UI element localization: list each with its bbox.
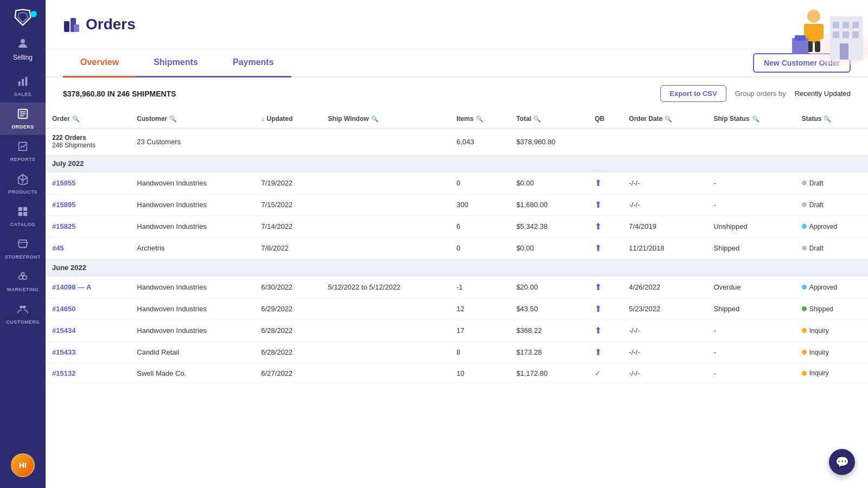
upload-icon[interactable]: ⬆	[595, 243, 602, 253]
table-row: #15955 Handwoven Industries 7/19/2022 0 …	[46, 172, 868, 194]
status-label: Draft	[809, 179, 824, 187]
sidebar-item-catalog[interactable]: CATALOG	[0, 200, 46, 233]
page-title: Orders	[86, 16, 136, 33]
cell-status: Inquiry	[795, 342, 868, 363]
sidebar-item-customers[interactable]: CUSTOMERS	[0, 298, 46, 330]
cell-updated: 6/30/2022	[254, 277, 321, 298]
status-search-icon[interactable]: 🔍	[824, 115, 831, 123]
sidebar-item-sales[interactable]: SALES	[0, 70, 46, 102]
ship-status-search-icon[interactable]: 🔍	[752, 115, 760, 123]
chat-icon: 💬	[835, 455, 849, 468]
cell-updated: 7/19/2022	[254, 172, 321, 194]
cell-order: #14098 — A	[46, 277, 130, 298]
table-row: #15434 Handwoven Industries 6/28/2022 17…	[46, 320, 868, 342]
tab-shipments[interactable]: Shipments	[136, 49, 215, 78]
cell-ship-window: 5/12/2022 to 5/12/2022	[322, 277, 450, 298]
summary-customers: 23 Customers	[130, 129, 254, 155]
cell-customer: Archetris	[130, 237, 254, 259]
items-search-icon[interactable]: 🔍	[476, 115, 483, 123]
table-row: #45 Archetris 7/8/2022 0 $0.00 ⬆ 11/21/2…	[46, 237, 868, 259]
ship-window-search-icon[interactable]: 🔍	[371, 115, 379, 123]
order-search-icon[interactable]: 🔍	[72, 115, 80, 123]
sidebar-item-orders[interactable]: ORDERS	[0, 102, 46, 135]
header-illustration	[760, 0, 868, 65]
sidebar-item-storefront[interactable]: STOREFRONT	[0, 233, 46, 265]
orders-table-container: Order🔍 Customer🔍 ↓Updated Ship Window🔍 I…	[46, 110, 868, 488]
cell-customer: Handwoven Industries	[130, 298, 254, 320]
order-link[interactable]: #15132	[52, 369, 75, 377]
cell-ship-status: -	[707, 363, 795, 383]
status-label: Inquiry	[809, 349, 829, 356]
status-dot	[802, 224, 807, 229]
group-by-value[interactable]: Recently Updated	[795, 89, 851, 98]
customers-label: CUSTOMERS	[6, 319, 39, 325]
sales-label: SALES	[14, 92, 31, 97]
cell-status: Inquiry	[795, 320, 868, 342]
cell-order-date: 4/26/2022	[622, 277, 707, 298]
table-row: #15132 Swell Made Co. 6/27/2022 10 $1,17…	[46, 363, 868, 383]
order-link[interactable]: #14650	[52, 305, 75, 313]
order-link[interactable]: #15434	[52, 326, 75, 335]
cell-qb: ⬆	[588, 277, 622, 298]
cell-order-date: 11/21/2018	[622, 237, 707, 259]
order-link[interactable]: #15433	[52, 348, 75, 356]
status-badge: Shipped	[802, 305, 833, 313]
sidebar-item-reports[interactable]: REPORTS	[0, 135, 46, 168]
cell-items: 10	[450, 363, 509, 383]
order-link[interactable]: #15825	[52, 222, 75, 230]
order-link[interactable]: #15895	[52, 201, 75, 209]
cell-qb: ✓	[588, 363, 622, 383]
cell-order-date: -/-/-	[622, 172, 707, 194]
svg-point-13	[21, 273, 24, 276]
table-row: #14650 Handwoven Industries 6/29/2022 12…	[46, 298, 868, 320]
customer-search-icon[interactable]: 🔍	[169, 115, 177, 123]
tab-overview[interactable]: Overview	[63, 49, 136, 78]
svg-rect-32	[833, 31, 839, 38]
order-link[interactable]: #45	[52, 244, 64, 252]
svg-rect-2	[22, 79, 24, 86]
upload-icon[interactable]: ⬆	[595, 178, 602, 188]
sidebar-selling[interactable]: Selling	[11, 33, 35, 66]
marketing-label: MARKETING	[7, 287, 39, 292]
cell-qb: ⬆	[588, 194, 622, 216]
cell-items: 300	[450, 194, 509, 216]
upload-icon[interactable]: ⬆	[595, 304, 602, 313]
orders-table: Order🔍 Customer🔍 ↓Updated Ship Window🔍 I…	[46, 110, 868, 383]
main-content: Orders	[46, 0, 868, 488]
sidebar-item-marketing[interactable]: MARKETING	[0, 265, 46, 298]
upload-icon[interactable]: ⬆	[595, 222, 602, 231]
cell-updated: 6/27/2022	[254, 363, 321, 383]
upload-icon[interactable]: ⬆	[595, 200, 602, 209]
order-link[interactable]: #14098 — A	[52, 283, 92, 291]
cell-items: 12	[450, 298, 509, 320]
status-badge: Inquiry	[802, 369, 829, 377]
tab-payments[interactable]: Payments	[215, 49, 291, 78]
svg-point-11	[19, 275, 23, 279]
notification-dot	[30, 11, 37, 17]
upload-icon[interactable]: ⬆	[595, 282, 602, 292]
total-search-icon[interactable]: 🔍	[533, 115, 541, 123]
summary-items: 6,043	[450, 129, 509, 155]
sidebar-logo[interactable]	[12, 7, 34, 28]
chat-bubble[interactable]: 💬	[829, 449, 855, 475]
upload-icon[interactable]: ⬆	[595, 348, 602, 357]
group-header-row: July 2022	[46, 155, 868, 172]
cell-items: 8	[450, 342, 509, 363]
storefront-icon	[17, 238, 29, 253]
order-date-search-icon[interactable]: 🔍	[665, 115, 672, 123]
cell-qb: ⬆	[588, 320, 622, 342]
export-csv-button[interactable]: Export to CSV	[660, 85, 726, 102]
sidebar-item-products[interactable]: PRODUCTS	[0, 168, 46, 200]
cell-order: #15433	[46, 342, 130, 363]
upload-icon[interactable]: ⬆	[595, 326, 602, 335]
svg-rect-34	[852, 31, 859, 38]
order-link[interactable]: #15955	[52, 179, 75, 187]
cell-order-date: -/-/-	[622, 320, 707, 342]
cell-customer: Swell Made Co.	[130, 363, 254, 383]
cell-ship-window	[322, 320, 450, 342]
sidebar-avatar[interactable]: HI	[11, 453, 35, 477]
col-order: Order🔍	[46, 110, 130, 129]
table-row: #14098 — A Handwoven Industries 6/30/202…	[46, 277, 868, 298]
status-dot	[802, 285, 807, 290]
updated-sort-icon[interactable]: ↓	[261, 115, 264, 123]
